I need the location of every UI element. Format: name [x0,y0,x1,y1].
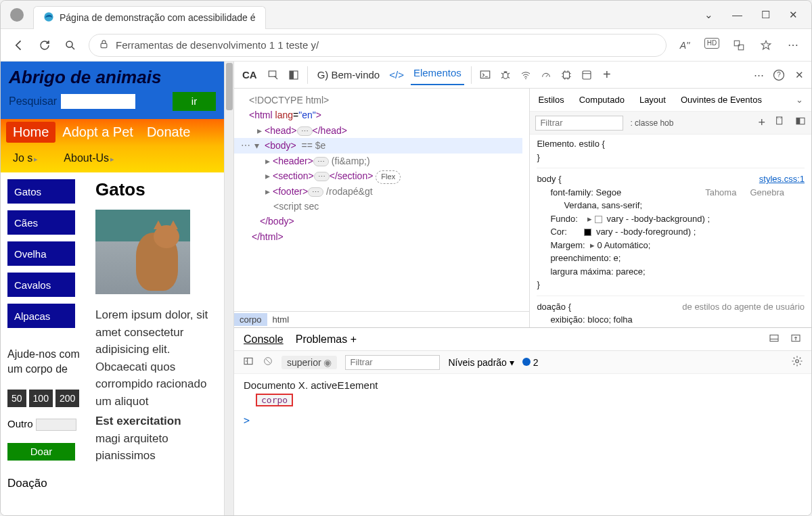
other-amount: Outro [7,418,89,431]
log-levels[interactable]: Níveis padrão ▾ [448,357,514,368]
svg-rect-5 [269,71,276,76]
amount-50[interactable]: 50 [7,390,26,407]
welcome-tab[interactable]: G) Bem-vindo [315,66,383,83]
search-go-button[interactable]: ir [173,92,216,111]
cat-image [95,210,190,294]
chevron-down-icon[interactable]: ⌄ [796,95,803,105]
maximize-icon[interactable]: ☐ [761,9,770,21]
new-rule-icon[interactable]: + [758,116,765,130]
application-icon[interactable] [580,68,593,82]
svg-rect-8 [480,71,490,78]
more-tools-icon[interactable]: ⋯ [752,68,765,82]
tab-layout[interactable]: Layout [639,95,666,105]
sidebar-item-alpacas[interactable]: Alpacas [7,304,75,328]
page-header: Abrigo de animais Pesquisar ir [1,62,224,119]
window-controls: ⌄ — ☐ ✕ [704,9,811,21]
console-line: Documento X. activeE1ement [244,379,802,391]
result-chip[interactable]: corpo [256,394,293,406]
paragraph-2: Est exercitation magi arquiteto pianissi… [95,413,217,465]
toggle-classes-icon[interactable] [775,116,786,130]
console-filter-input[interactable] [345,355,440,370]
site-title: Abrigo de animais [9,67,216,88]
dom-panel: <!DOCTYPE html> <html lang="en"> ▸<head>… [234,89,530,327]
console-toolbar: superior ◉ Níveis padrão ▾ 2 [234,351,811,374]
sidebar-item-caes[interactable]: Cães [7,210,75,235]
read-aloud-icon[interactable]: A'' [677,38,692,53]
context-selector[interactable]: superior ◉ [281,356,337,369]
svg-rect-7 [290,71,294,79]
favorite-icon[interactable] [759,38,773,53]
console-settings-icon[interactable] [791,355,803,369]
dock-icon[interactable] [768,333,780,346]
svg-rect-20 [244,358,252,364]
elements-tab[interactable]: Elementos [411,64,464,85]
cls-toggle[interactable]: : classe hob [630,118,673,128]
tab-estilos[interactable]: Estilos [538,95,564,105]
computed-icon[interactable] [795,116,806,130]
edge-icon [43,11,54,24]
ca-label: CA [240,66,260,83]
sidebar-item-ovelha[interactable]: Ovelha [7,241,75,266]
console-icon[interactable] [478,68,492,82]
bug-icon[interactable] [499,68,512,82]
nav-jobs[interactable]: Jo s▸ [6,149,45,167]
help-icon[interactable]: ? [772,68,786,82]
close-devtools-icon[interactable]: ✕ [792,68,806,82]
nav-donate[interactable]: Donate [140,122,198,143]
performance-icon[interactable] [539,68,553,82]
tab-computado[interactable]: Computado [579,95,625,105]
sidebar-item-gatos[interactable]: Gatos [7,179,75,204]
minimize-icon[interactable]: — [732,9,742,21]
inspect-icon[interactable] [267,68,280,82]
memory-icon[interactable] [560,68,573,82]
donation-heading: Doação [7,477,89,490]
tab-eventos[interactable]: Ouvintes de Eventos [681,95,762,105]
sidebar-item-cavalos[interactable]: Cavalos [7,273,75,297]
translate-icon[interactable] [731,38,746,53]
styles-filter-bar: : classe hob + [530,112,811,135]
browser-tab[interactable]: Página de demonstração com acessibilidad… [33,6,266,29]
other-amount-input[interactable] [36,419,76,431]
svg-point-9 [503,72,508,78]
dom-tree[interactable]: <!DOCTYPE html> <html lang="en"> ▸<head>… [234,89,529,311]
back-button[interactable] [12,38,26,53]
search-input[interactable] [61,94,135,109]
search-icon[interactable] [63,38,78,53]
svg-rect-11 [563,72,569,78]
eye-icon: ◉ [323,357,332,368]
device-icon[interactable] [287,68,300,82]
amount-200[interactable]: 200 [55,390,79,407]
console-prompt[interactable]: > [244,415,802,427]
issues-indicator[interactable]: 2 [522,357,539,368]
hd-icon[interactable]: HD [704,38,719,49]
source-link[interactable]: styles.css:1 [759,172,805,186]
nav-home[interactable]: Home [6,122,55,143]
more-icon[interactable]: ⋯ [786,38,800,53]
svg-rect-17 [796,118,800,124]
donate-button[interactable]: Doar [7,443,75,461]
styles-filter-input[interactable] [535,116,623,131]
svg-rect-2 [101,43,107,47]
nav-adopt[interactable]: Adopt a Pet [55,122,140,143]
close-icon[interactable]: ✕ [789,9,798,21]
url-bar: Ferramentas de desenvolvimento 1 1 teste… [1,29,811,62]
donation-amounts: 50 100 200 [7,390,89,407]
refresh-button[interactable] [37,38,52,53]
dom-breadcrumb[interactable]: corpohtml [234,311,529,327]
page-scrollbar[interactable] [224,62,233,516]
devtools-toolbar: CA G) Bem-vindo </> Elementos + ⋯ ? ✕ [234,62,811,89]
clear-console-icon[interactable] [263,356,273,369]
chevron-down-icon[interactable]: ⌄ [704,9,713,21]
profile-avatar[interactable] [10,8,24,22]
tab-console[interactable]: Console [244,333,284,346]
add-tab-icon[interactable]: + [600,68,614,82]
nav-about[interactable]: About-Us▸ [57,149,121,167]
sidebar-toggle-icon[interactable] [242,356,254,369]
expand-icon[interactable] [790,333,802,346]
amount-100[interactable]: 100 [29,390,53,407]
network-icon[interactable] [519,68,533,82]
styles-body[interactable]: Elemento. estilo { } body {styles.css:1 … [530,135,811,327]
tab-problems[interactable]: Problemas + [296,333,357,346]
console-output[interactable]: Documento X. activeE1ement corpo > [234,374,811,516]
address-field[interactable]: Ferramentas de desenvolvimento 1 1 teste… [89,34,667,57]
